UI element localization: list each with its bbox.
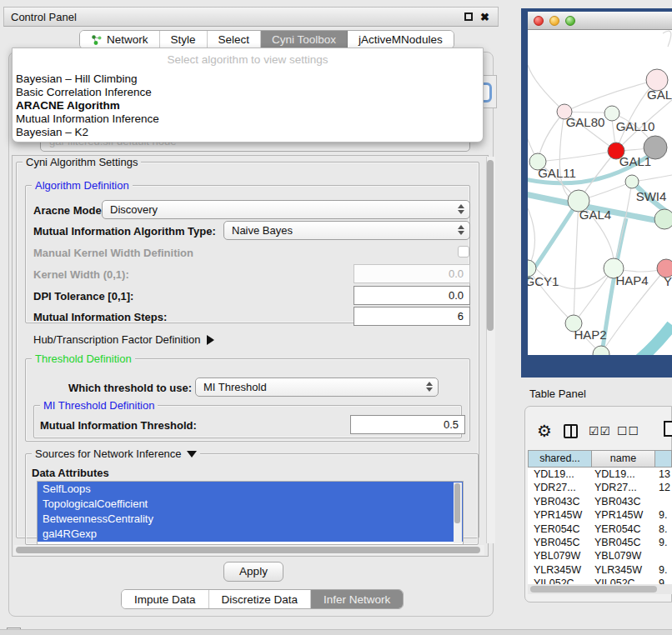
algorithm-option[interactable]: Bayesian – Hill Climbing [13, 72, 483, 86]
combo-arrows-icon [458, 225, 464, 235]
algorithm-option[interactable]: Mutual Information Inference [13, 112, 483, 126]
attributes-scrollbar-thumb[interactable] [454, 483, 460, 523]
column-header-clipped[interactable] [654, 450, 672, 468]
network-node-label: GCY1 [528, 274, 559, 288]
column-header-name[interactable]: name [591, 450, 655, 468]
select-all-checkboxes-icon[interactable]: ☑☑ [589, 424, 611, 438]
table-cell: YDL19... [528, 468, 591, 481]
window-minimize-icon[interactable] [549, 16, 559, 26]
algorithm-option[interactable]: Basic Correlation Inference [13, 86, 483, 99]
table-horizontal-scrollbar-thumb[interactable] [530, 586, 657, 592]
table-cell: YBR043C [591, 495, 654, 508]
attribute-list-item[interactable]: BetweennessCentrality [38, 512, 463, 527]
mi-threshold-field[interactable]: 0.5 [350, 415, 465, 434]
table-cell: YDL19... [591, 468, 654, 481]
manual-kernel-checkbox[interactable] [458, 246, 469, 258]
tab-infer-network[interactable]: Infer Network [311, 590, 403, 608]
table-cell: YBR043C [528, 495, 591, 508]
table-row[interactable]: YDL19...YDL19...13 [528, 468, 672, 481]
node-table[interactable]: YDL19...YDL19...13YDR27...YDR27...12YBR0… [528, 468, 672, 584]
table-cell: YIL052C [528, 577, 591, 584]
network-node[interactable] [593, 346, 609, 355]
algorithm-option[interactable]: ARACNE Algorithm [13, 99, 483, 112]
network-node-label: SWI4 [636, 189, 667, 203]
attribute-list-item[interactable]: TopologicalCoefficient [38, 497, 463, 512]
dpi-tolerance-field[interactable]: 0.0 [354, 286, 470, 305]
table-row[interactable]: YBL079WYBL079W [528, 549, 672, 562]
algorithm-option-list: Bayesian – Hill ClimbingBasic Correlatio… [13, 72, 483, 142]
network-graph: GALGAL80GAL10GAL1GAL11GAL4SWI4GCY1HAP4YH… [528, 30, 672, 355]
mi-type-label: Mutual Information Algorithm Type: [33, 225, 216, 238]
tab-network[interactable]: Network [80, 31, 160, 48]
control-panel-title: Control Panel [4, 11, 464, 23]
network-canvas[interactable]: GALGAL80GAL10GAL1GAL11GAL4SWI4GCY1HAP4YH… [528, 30, 672, 355]
settings-horizontal-scrollbar-thumb[interactable] [16, 547, 480, 553]
table-cell: 9. [654, 536, 672, 549]
close-panel-icon[interactable]: ✖ [480, 11, 489, 23]
hub-definition-toggle[interactable]: Hub/Transcription Factor Definition [33, 333, 214, 346]
float-panel-icon[interactable] [464, 12, 473, 21]
table-row[interactable]: YBR043CYBR043C [528, 495, 672, 508]
apply-button[interactable]: Apply [223, 562, 283, 582]
network-node-label: Y [664, 274, 672, 288]
control-panel-tabbar: Network Style Select Cyni Toolbox jActiv… [79, 30, 454, 49]
mi-type-combo[interactable]: Naive Bayes [223, 221, 470, 240]
algorithm-dropdown-placeholder: Select algorithm to view settings [13, 48, 483, 72]
network-node[interactable] [654, 209, 672, 229]
new-table-icon[interactable] [664, 421, 672, 437]
table-cell: 9. [654, 508, 672, 522]
algorithm-option[interactable]: Bayesian – K2 [13, 126, 483, 139]
network-node[interactable] [625, 175, 639, 188]
algorithm-definition-title: Algorithm Definition [32, 179, 133, 192]
algorithm-option[interactable]: Dream8 DC_TDC Algorithm [13, 139, 483, 142]
which-threshold-combo[interactable]: MI Threshold [195, 378, 439, 397]
tab-network-label: Network [107, 33, 148, 46]
data-attributes-label: Data Attributes [32, 467, 109, 479]
aracne-mode-label: Aracne Mode: [33, 204, 105, 217]
window-zoom-icon[interactable] [565, 16, 575, 26]
aracne-mode-combo[interactable]: Discovery [102, 200, 470, 219]
table-cell: YPR145W [528, 508, 591, 522]
network-node-label: GAL10 [616, 119, 655, 133]
bottom-divider [0, 629, 672, 635]
table-cell [654, 495, 672, 508]
table-row[interactable]: YLR345WYLR345W9. [528, 563, 672, 577]
table-cell: YDR27... [591, 481, 654, 494]
table-row[interactable]: YIL052CYIL052C9. [528, 577, 672, 584]
table-cell [654, 549, 672, 562]
data-attributes-list[interactable]: SelfLoopsTopologicalCoefficientBetweenne… [37, 481, 464, 545]
table-row[interactable]: YBR045CYBR045C9. [528, 536, 672, 549]
table-cell: YBR045C [591, 536, 654, 549]
network-node[interactable] [644, 136, 667, 159]
columns-icon[interactable] [564, 424, 578, 438]
table-row[interactable]: YDR27...YDR27...12 [528, 481, 672, 494]
table-cell: 12 [654, 481, 672, 494]
kernel-width-label: Kernel Width (0,1): [33, 268, 129, 281]
table-cell: YDR27... [528, 481, 591, 494]
deselect-all-checkboxes-icon[interactable]: ☐☐ [617, 424, 639, 438]
tab-select[interactable]: Select [208, 31, 262, 48]
table-row[interactable]: YPR145WYPR145W9. [528, 508, 672, 522]
network-node-label: GAL4 [579, 208, 611, 222]
tab-cyni-toolbox[interactable]: Cyni Toolbox [261, 31, 348, 48]
sources-group-title[interactable]: Sources for Network Inference [32, 448, 200, 460]
collapsed-arrow-icon [207, 335, 214, 345]
tab-discretize-data[interactable]: Discretize Data [209, 590, 312, 608]
tab-style[interactable]: Style [160, 31, 208, 48]
gear-icon[interactable]: ⚙ [537, 421, 552, 441]
attribute-list-item[interactable]: gal4RGexp [38, 527, 463, 542]
network-node-label: GAL80 [566, 115, 605, 129]
table-cell: 8. [654, 522, 672, 536]
table-cell: YLR345W [528, 563, 591, 577]
manual-kernel-label: Manual Kernel Width Definition [33, 247, 193, 259]
tab-jactivemnodules[interactable]: jActiveMNodules [348, 31, 454, 48]
column-header-shared-name[interactable]: shared... [528, 450, 592, 468]
table-row[interactable]: YER054CYER054C8. [528, 522, 672, 536]
tab-impute-data[interactable]: Impute Data [122, 590, 209, 608]
mi-steps-field[interactable]: 6 [354, 307, 470, 326]
window-close-icon[interactable] [534, 16, 544, 26]
table-cell: YBL079W [528, 549, 591, 562]
settings-vertical-scrollbar-thumb[interactable] [487, 160, 494, 331]
attribute-list-item[interactable]: SelfLoops [38, 482, 463, 497]
bottom-tabbar: Impute Data Discretize Data Infer Networ… [121, 589, 404, 609]
